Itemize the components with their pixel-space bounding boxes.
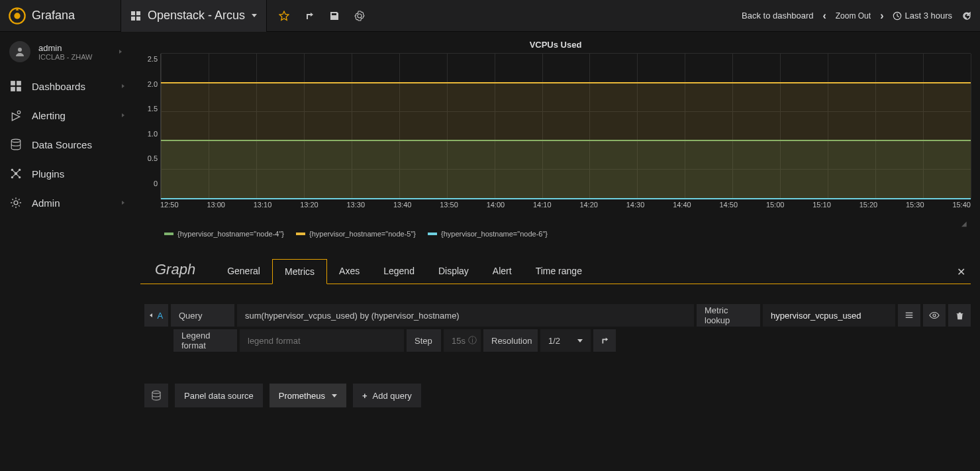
- legend-format-input[interactable]: legend format: [240, 329, 404, 352]
- time-forward-button[interactable]: ›: [880, 10, 883, 22]
- plot-area[interactable]: [160, 54, 971, 199]
- svg-rect-21: [906, 315, 913, 315]
- metric-lookup-input[interactable]: hypervisor_vcpus_used: [763, 304, 895, 327]
- zoom-out-button[interactable]: Zoom Out: [836, 11, 871, 21]
- tab-time-range[interactable]: Time range: [524, 259, 594, 284]
- query-delete-button[interactable]: [948, 304, 971, 327]
- time-range-picker[interactable]: Last 3 hours: [893, 11, 952, 21]
- x-tick: 15:00: [766, 201, 785, 209]
- chart-legend: {hypervisor_hostname="node-4"}{hyperviso…: [140, 226, 971, 238]
- query-link-button[interactable]: [593, 329, 616, 352]
- legend-item[interactable]: {hypervisor_hostname="node-6"}: [428, 230, 548, 238]
- x-tick: 14:20: [579, 201, 598, 209]
- query-menu-button[interactable]: [898, 304, 920, 327]
- svg-point-19: [14, 201, 18, 205]
- tab-axes[interactable]: Axes: [327, 259, 371, 284]
- query-editor: A Query sum(hypervisor_vcpus_used) by (h…: [140, 304, 971, 352]
- grafana-logo-icon: [8, 7, 26, 25]
- sidebar-item-dashboards[interactable]: Dashboards: [0, 72, 131, 101]
- brand-text: Grafana: [32, 9, 75, 23]
- query-toggle[interactable]: A: [144, 304, 168, 327]
- gear-icon[interactable]: [354, 11, 365, 21]
- x-tick: 13:30: [347, 201, 366, 209]
- panel-editor-header: Graph GeneralMetricsAxesLegendDisplayAle…: [140, 259, 971, 284]
- x-tick: 13:40: [393, 201, 412, 209]
- add-query-button[interactable]: +Add query: [353, 384, 421, 407]
- star-icon[interactable]: [279, 11, 289, 21]
- legend-item[interactable]: {hypervisor_hostname="node-5"}: [296, 230, 416, 238]
- back-to-dashboard-link[interactable]: Back to dashboard: [742, 11, 813, 21]
- x-tick: 12:50: [160, 201, 179, 209]
- legend-format-label: Legend format: [173, 329, 237, 352]
- legend-swatch: [428, 233, 437, 235]
- x-tick: 13:00: [207, 201, 225, 209]
- datasource-row: Panel data source Prometheus +Add query: [140, 384, 971, 407]
- query-options-row: Legend format legend format Step 15s ⓘ R…: [144, 329, 971, 352]
- database-icon: [9, 138, 23, 151]
- legend-item[interactable]: {hypervisor_hostname="node-4"}: [164, 230, 284, 238]
- dashboards-icon: [9, 79, 23, 93]
- x-tick: 15:20: [859, 201, 878, 209]
- x-tick: 14:50: [720, 201, 738, 209]
- metric-lookup-label: Metric lookup: [697, 304, 760, 327]
- topbar: Grafana Openstack - Arcus Back to dashbo…: [0, 0, 980, 32]
- share-icon[interactable]: [304, 11, 315, 21]
- svg-point-24: [152, 391, 160, 393]
- user-name: admin: [38, 43, 93, 53]
- tab-legend[interactable]: Legend: [371, 259, 426, 284]
- y-tick: 2.5: [148, 55, 158, 63]
- svg-rect-5: [136, 17, 140, 21]
- svg-point-7: [18, 48, 22, 52]
- resize-handle-icon[interactable]: ◢: [961, 220, 967, 227]
- svg-rect-22: [906, 317, 913, 318]
- sidebar: admin ICCLAB - ZHAW Dashboards Alerting …: [0, 32, 131, 471]
- sidebar-item-datasources[interactable]: Data Sources: [0, 130, 131, 159]
- clock-icon: [893, 11, 902, 21]
- resolution-label: Resolution: [483, 329, 538, 352]
- chevron-right-icon: [119, 50, 122, 54]
- sidebar-item-label: Alerting: [32, 110, 66, 121]
- resolution-select[interactable]: 1/2: [540, 329, 591, 352]
- tab-alert[interactable]: Alert: [481, 259, 524, 284]
- tab-metrics[interactable]: Metrics: [272, 259, 327, 284]
- panel-datasource-select[interactable]: Prometheus: [270, 384, 346, 407]
- svg-rect-4: [131, 17, 135, 21]
- dashboard-picker[interactable]: Openstack - Arcus: [121, 0, 267, 32]
- y-tick: 2.0: [148, 80, 158, 88]
- sidebar-item-label: Admin: [32, 197, 60, 209]
- svg-rect-20: [906, 313, 913, 313]
- save-icon[interactable]: [329, 11, 340, 21]
- gear-icon: [9, 196, 23, 209]
- query-input[interactable]: sum(hypervisor_vcpus_used) by (hyperviso…: [237, 304, 694, 327]
- y-tick: 0: [154, 180, 158, 187]
- svg-point-23: [933, 314, 936, 317]
- sidebar-item-plugins[interactable]: Plugins: [0, 159, 131, 188]
- x-tick: 13:10: [254, 201, 272, 209]
- x-tick: 15:30: [906, 201, 924, 209]
- tab-display[interactable]: Display: [426, 259, 481, 284]
- y-tick: 1.5: [148, 105, 158, 113]
- x-tick: 14:10: [533, 201, 552, 209]
- brand[interactable]: Grafana: [8, 7, 121, 25]
- sidebar-user[interactable]: admin ICCLAB - ZHAW: [0, 32, 131, 72]
- y-tick: 1.0: [148, 130, 158, 138]
- svg-rect-11: [17, 87, 21, 91]
- time-back-button[interactable]: ‹: [822, 10, 826, 22]
- step-input[interactable]: 15s ⓘ: [444, 329, 481, 352]
- close-editor-button[interactable]: ✕: [957, 266, 965, 284]
- panel-title[interactable]: VCPUs Used: [140, 38, 971, 54]
- user-org: ICCLAB - ZHAW: [38, 53, 93, 61]
- sidebar-item-alerting[interactable]: Alerting: [0, 101, 131, 130]
- chevron-right-icon: [122, 201, 124, 205]
- refresh-icon[interactable]: [961, 11, 972, 21]
- svg-point-1: [14, 13, 20, 19]
- query-visibility-button[interactable]: [923, 304, 946, 327]
- tab-general[interactable]: General: [215, 259, 272, 284]
- chevron-right-icon: [122, 84, 124, 88]
- svg-rect-3: [136, 11, 140, 15]
- x-tick: 13:20: [300, 201, 318, 209]
- sidebar-item-admin[interactable]: Admin: [0, 188, 131, 217]
- chart: 2.52.01.51.00.50 12:5013:0013:1013:2013:…: [140, 54, 971, 226]
- x-tick: 14:30: [626, 201, 645, 209]
- main: VCPUs Used 2.52.01.51.00.50 12:5013:0013…: [131, 32, 980, 471]
